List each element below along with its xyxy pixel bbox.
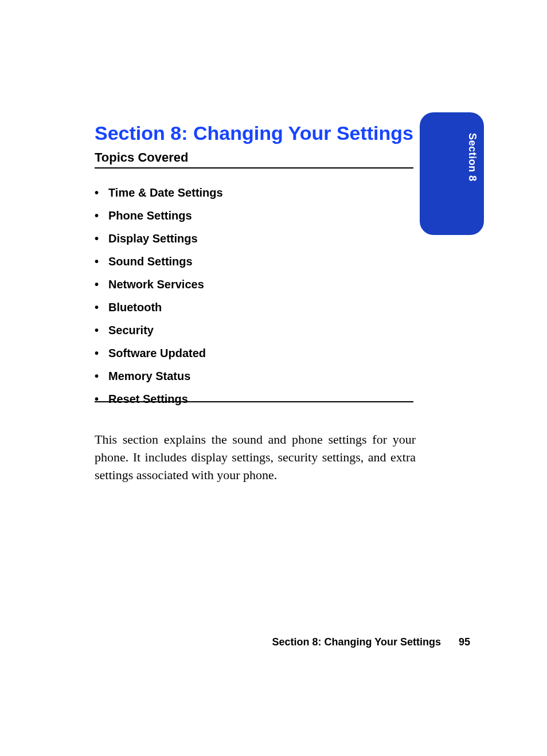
section-tab-label: Section 8 xyxy=(469,133,478,213)
horizontal-rule-bottom xyxy=(95,401,413,402)
list-item: Time & Date Settings xyxy=(95,186,413,200)
list-item: Security xyxy=(95,323,413,338)
intro-paragraph: This section explains the sound and phon… xyxy=(95,431,416,484)
section-title: Section 8: Changing Your Settings xyxy=(95,122,413,144)
list-item: Phone Settings xyxy=(95,209,413,223)
list-item: Display Settings xyxy=(95,232,413,246)
horizontal-rule-top xyxy=(95,167,413,169)
list-item: Memory Status xyxy=(95,369,413,383)
footer-text: Section 8: Changing Your Settings xyxy=(272,636,441,648)
topics-list: Time & Date Settings Phone Settings Disp… xyxy=(95,186,413,415)
list-item: Sound Settings xyxy=(95,254,413,269)
document-page: Section 8: Changing Your Settings Topics… xyxy=(0,0,547,756)
page-footer: Section 8: Changing Your Settings 95 xyxy=(0,636,470,648)
list-item: Network Services xyxy=(95,277,413,292)
list-item: Reset Settings xyxy=(95,392,413,406)
list-item: Software Updated xyxy=(95,346,413,361)
topics-heading: Topics Covered xyxy=(95,150,188,165)
page-number: 95 xyxy=(459,636,470,648)
list-item: Bluetooth xyxy=(95,300,413,315)
